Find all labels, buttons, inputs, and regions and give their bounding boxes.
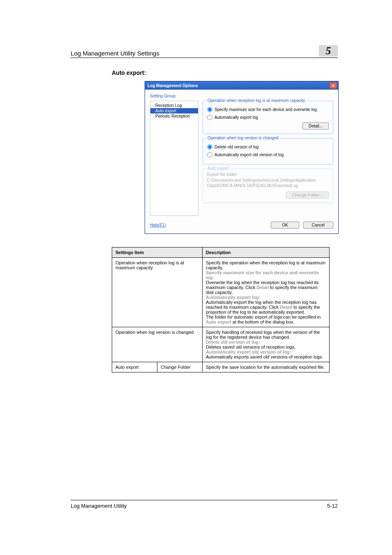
radio-auto-export-old[interactable]: Automatically export old version of log: [207, 152, 329, 157]
desc-text: Deletes saved old versions of reception …: [206, 345, 295, 349]
cell-description: Specify handling of received logs when t…: [203, 327, 330, 362]
fieldset-auto-export: Auto export Export file folder: C:\Docum…: [203, 169, 333, 203]
desc-text: The folder for automatic export of logs …: [206, 314, 321, 319]
desc-colon: :: [258, 295, 260, 300]
cell-item: Operation when log version is changed: [112, 327, 203, 362]
radio-input[interactable]: [207, 152, 212, 157]
running-header: Log Management Utility Settings: [71, 50, 159, 57]
ok-button[interactable]: OK: [271, 222, 299, 229]
chapter-number: 5: [326, 45, 331, 57]
radio-delete-old[interactable]: Delete old version of log: [207, 144, 329, 150]
desc-option: Specify maximum size for each device and…: [206, 270, 319, 280]
fieldset-legend: Auto export: [206, 166, 230, 171]
chapter-indicator: 5: [316, 45, 338, 57]
desc-text: Automatically exports saved old versions…: [206, 354, 323, 359]
tree-item-reception-log[interactable]: Reception Log: [150, 103, 198, 108]
radio-label: Delete old version of log: [214, 145, 258, 149]
section-heading: Auto export:: [112, 69, 338, 76]
close-icon[interactable]: ×: [330, 82, 337, 89]
radio-input[interactable]: [207, 107, 212, 112]
change-folder-button: Change Folder...: [286, 192, 329, 199]
dialog-title: Log Management Options: [148, 83, 198, 88]
dialog-log-management-options: Log Management Options × Setting Group: …: [145, 81, 339, 234]
export-folder-label: Export file folder:: [207, 172, 329, 177]
radio-specify-max-size[interactable]: Specify maximum size for each device and…: [207, 107, 329, 112]
cell-description: Specify the save location for the automa…: [203, 362, 330, 372]
page-number: 5-12: [327, 503, 338, 509]
dialog-titlebar: Log Management Options ×: [145, 81, 338, 90]
cancel-button[interactable]: Cancel: [303, 222, 333, 229]
desc-option: Automatically export old version of log: [206, 349, 290, 354]
cell-subitem: Change Folder: [157, 362, 203, 372]
setting-group-label: Setting Group:: [150, 94, 333, 98]
table-row: Operation when reception log is at maxim…: [112, 258, 330, 327]
radio-input[interactable]: [207, 144, 212, 150]
desc-colon: :: [258, 340, 260, 345]
settings-tree[interactable]: Reception Log Auto export Periodic Recep…: [150, 101, 198, 216]
desc-link: Auto export: [206, 319, 231, 324]
radio-label: Specify maximum size for each device and…: [214, 107, 317, 112]
footer-title: Log Management Utility: [71, 503, 127, 509]
fieldset-version-changed: Operation when log version is changed De…: [203, 138, 333, 164]
desc-colon: :: [213, 275, 214, 280]
table-header-item: Settings Item: [112, 247, 203, 258]
desc-text: Specify handling of received logs when t…: [206, 330, 320, 340]
fieldset-legend: Operation when reception log is at maxim…: [206, 98, 306, 103]
table-row: Operation when log version is changed Sp…: [112, 327, 330, 362]
radio-auto-export-log[interactable]: Automatically export log: [207, 115, 329, 120]
desc-option: Delete old version of log: [206, 340, 258, 345]
cell-item: Auto export: [112, 362, 157, 372]
radio-label: Automatically export log: [214, 115, 258, 120]
tree-item-auto-export[interactable]: Auto export: [150, 108, 198, 113]
cell-item: Operation when reception log is at maxim…: [112, 258, 203, 327]
radio-input[interactable]: [207, 115, 212, 120]
desc-colon: :: [290, 349, 291, 354]
page-footer: Log Management Utility 5-12: [71, 500, 338, 509]
table-row: Auto export Change Folder Specify the sa…: [112, 362, 330, 372]
cell-description: Specify the operation when the reception…: [203, 258, 330, 327]
desc-text: at the bottom of the dialog box.: [231, 319, 295, 324]
desc-link: Detail: [256, 285, 269, 290]
detail-button[interactable]: Detail...: [302, 123, 329, 130]
fieldset-legend: Operation when log version is changed: [206, 136, 280, 140]
desc-text: Specify the operation when the reception…: [206, 260, 325, 270]
desc-option: Automatically export log: [206, 295, 258, 300]
fieldset-max-capacity: Operation when reception log is at maxim…: [203, 101, 333, 134]
export-folder-path: C:\Documents and Settings\turbo\Local Se…: [207, 178, 329, 188]
desc-link: Detail: [280, 305, 292, 310]
table-header-description: Description: [203, 247, 330, 258]
settings-table: Settings Item Description Operation when…: [112, 247, 330, 372]
radio-label: Automatically export old version of log: [214, 153, 284, 157]
help-link[interactable]: Help(F1): [150, 223, 166, 227]
tree-item-periodic-reception[interactable]: Periodic Reception: [150, 113, 198, 119]
